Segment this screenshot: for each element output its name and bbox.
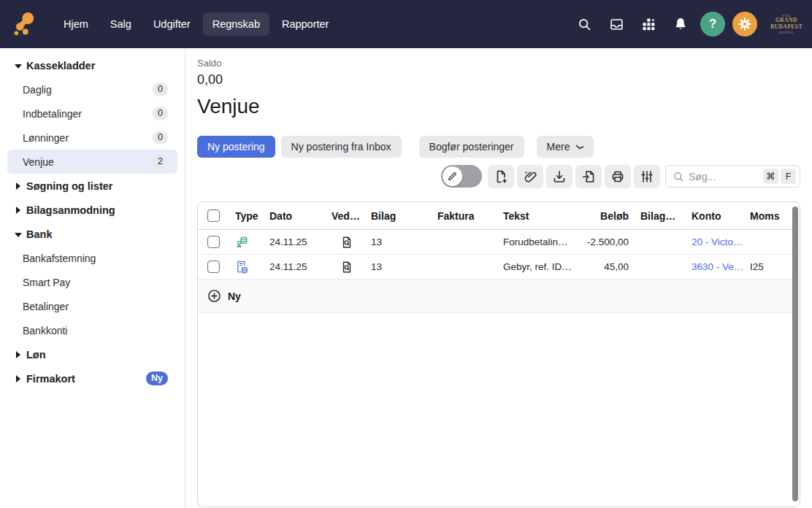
search-button[interactable] [572,12,597,36]
sidebar: Kassekladder Daglig 0 Indbetalinger 0 Lø… [0,48,185,508]
select-all-checkbox[interactable] [207,209,220,222]
export-document-button[interactable] [575,165,602,188]
search-field[interactable]: ⌘ F [665,165,800,188]
nav-item-hjem[interactable]: Hjem [54,12,98,36]
cmd-key: ⌘ [763,169,778,184]
edit-mode-toggle[interactable] [441,165,482,188]
nav-item-salg[interactable]: Salg [101,12,141,36]
notifications-button[interactable] [668,12,693,36]
chevron-right-icon [15,182,22,190]
sidebar-item-label: Daglig [23,84,52,96]
table-row[interactable]: 24.11.25 13 Forudbetalin… -2.500,00 20 -… [198,230,800,255]
more-button[interactable]: Mere [537,136,594,158]
column-header-ved[interactable]: Ved… [332,210,371,222]
print-button[interactable] [605,165,631,188]
cell-dato: 24.11.25 [269,261,332,272]
column-header-dato[interactable]: Dato [269,210,332,222]
column-header-konto[interactable]: Konto [692,210,750,222]
sidebar-group-label: Bilagsanmodning [26,204,115,216]
count-badge: 0 [153,82,168,96]
company-logo[interactable]: THE GRAND BUDAPEST HOTEL [766,14,807,35]
chevron-down-icon [15,231,22,238]
sidebar-group-label: Løn [26,349,46,361]
sidebar-group-label: Bank [26,228,52,240]
sidebar-item-bankafstemning[interactable]: Bankafstemning [7,246,177,270]
nav-item-regnskab[interactable]: Regnskab [203,12,269,36]
row-checkbox[interactable] [207,236,220,248]
customer-payment-icon [235,235,249,249]
column-header-bilag2[interactable]: Bilag… [629,210,692,222]
nav-item-rapporter[interactable]: Rapporter [272,12,338,36]
new-document-button[interactable] [488,165,514,188]
new-badge: Ny [146,372,168,385]
sidebar-item-label: Venjue [23,156,54,168]
sidebar-item-bankkonti[interactable]: Bankkonti [7,318,177,342]
bell-icon [673,17,688,31]
sidebar-group-bilagsanmodning[interactable]: Bilagsanmodning [7,198,177,222]
download-button[interactable] [546,165,572,188]
plus-circle-icon [207,289,221,303]
sidebar-item-smart-pay[interactable]: Smart Pay [7,270,177,294]
company-logo-line: BUDAPEST [766,24,807,31]
sidebar-item-lonninger[interactable]: Lønninger 0 [7,126,177,150]
new-entry-button[interactable]: Ny postering [197,136,275,158]
sidebar-group-lon[interactable]: Løn [7,342,177,366]
attachment-preview-icon[interactable] [340,236,353,249]
sidebar-item-betalinger[interactable]: Betalinger [7,294,177,318]
nav-right-controls: ? THE GRAND BUDAPEST HOTEL [572,12,807,36]
attachment-preview-icon[interactable] [340,261,353,274]
page-title: Venjue [197,95,260,118]
help-button[interactable]: ? [700,12,725,36]
document-plus-icon [494,169,508,184]
column-header-bilag[interactable]: Bilag [371,210,437,222]
column-header-tekst[interactable]: Tekst [503,210,585,222]
sidebar-item-daglig[interactable]: Daglig 0 [7,77,177,101]
saldo-value: 0,00 [197,72,223,88]
economic-logo[interactable] [13,12,35,36]
search-input[interactable] [689,171,761,182]
new-entry-row[interactable]: Ny [198,280,800,313]
inbox-button[interactable] [604,12,629,36]
settings-button[interactable] [732,12,757,36]
column-header-belob[interactable]: Beløb [585,210,629,222]
sidebar-item-indbetalinger[interactable]: Indbetalinger 0 [7,101,177,126]
column-header-faktura[interactable]: Faktura [437,210,503,222]
sidebar-group-firmakort[interactable]: Firmakort Ny [7,366,177,390]
apps-grid-icon [641,17,656,31]
apps-button[interactable] [636,12,661,36]
inbox-icon [609,17,624,32]
pencil-icon [447,171,458,182]
chevron-right-icon [15,375,22,382]
post-entries-button[interactable]: Bogfør posteringer [419,136,524,158]
attach-button[interactable] [517,165,543,188]
table-scrollbar[interactable] [792,207,798,501]
table-header: Type Dato Ved… Bilag Faktura Tekst Beløb… [198,202,800,230]
column-settings-button[interactable] [634,165,660,188]
konto-link[interactable]: 20 - Victo… [692,236,743,247]
konto-link[interactable]: 3630 - Ve… [692,261,743,272]
company-logo-line: HOTEL [766,31,807,35]
chevron-right-icon [15,351,22,358]
new-entry-from-inbox-button[interactable]: Ny postering fra Inbox [281,136,402,158]
chevron-down-icon [575,145,583,150]
sidebar-item-label: Indbetalinger [23,108,82,120]
top-navigation: Hjem Salg Udgifter Regnskab Rapporter [0,0,812,48]
sidebar-group-label: Kassekladder [26,60,95,72]
more-button-label: Mere [547,141,570,153]
count-badge: 0 [153,107,168,120]
nav-item-udgifter[interactable]: Udgifter [144,12,200,36]
toggle-knob [443,166,462,186]
cell-bilag: 13 [371,236,437,247]
table-row[interactable]: 24.11.25 13 Gebyr, ref. ID… 45,00 3630 -… [198,255,800,280]
row-checkbox[interactable] [207,261,220,273]
sidebar-item-venjue[interactable]: Venjue 2 [7,150,177,174]
sidebar-group-bank[interactable]: Bank [7,222,177,246]
sidebar-group-kassekladder[interactable]: Kassekladder [7,53,177,77]
column-header-moms[interactable]: Moms [750,210,786,222]
column-header-type[interactable]: Type [234,210,269,222]
count-badge: 0 [153,131,168,145]
sliders-icon [640,169,654,184]
sidebar-group-sogning-og-lister[interactable]: Søgning og lister [7,174,177,198]
toolbar: ⌘ F [185,165,800,188]
sidebar-group-label: Firmakort [26,373,75,385]
